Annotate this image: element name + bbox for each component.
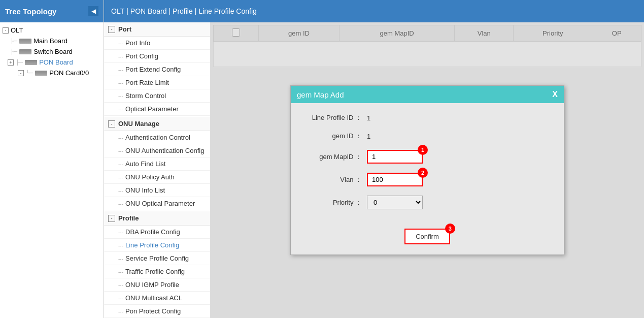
sep2: | xyxy=(168,7,171,15)
label-gem-mapid: gem MapID ： xyxy=(306,152,367,162)
board-icon-main xyxy=(19,39,31,44)
sep1: | xyxy=(126,7,128,15)
nav-section-port: - Port Port Info Port Config Port Extend… xyxy=(104,22,210,116)
breadcrumb: OLT | PON Board | Profile | Line Profile… xyxy=(104,0,644,22)
app-container: Tree Topology ◀ - OLT ├─ Main Board ├─ xyxy=(0,0,644,318)
nav-onu-policy-auth[interactable]: ONU Policy Auth xyxy=(104,171,210,184)
right-side: OLT | PON Board | Profile | Line Profile… xyxy=(104,0,644,318)
main-layout: Tree Topology ◀ - OLT ├─ Main Board ├─ xyxy=(0,0,644,318)
tree-item-switch-board[interactable]: ├─ Switch Board xyxy=(0,46,104,57)
breadcrumb-line-profile: Line Profile Config xyxy=(198,7,256,15)
label-gem-id: gem ID ： xyxy=(306,132,367,141)
expand-pon[interactable]: + xyxy=(8,59,14,66)
breadcrumb-bar: OLT | PON Board | Profile | Line Profile… xyxy=(104,0,644,22)
value-gem-id: 1 xyxy=(367,133,370,140)
step-badge-3: 3 xyxy=(445,224,455,234)
gem-mapid-wrapper: 1 xyxy=(367,150,423,164)
breadcrumb-pon-board: PON Board xyxy=(130,7,167,15)
switch-board-label: Switch Board xyxy=(33,48,73,55)
sidebar-header: Tree Topology ◀ xyxy=(0,0,104,22)
nav-port-rate-limit[interactable]: Port Rate Limit xyxy=(104,76,210,89)
nav-onu-multicast-acl[interactable]: ONU Multicast ACL xyxy=(104,292,210,305)
modal-close-button[interactable]: X xyxy=(552,90,558,99)
onu-section-label: ONU Manage xyxy=(118,120,159,128)
port-section-icon: - xyxy=(108,26,115,33)
expand-olt[interactable]: - xyxy=(3,27,9,34)
nav-authentication-control[interactable]: Authentication Control xyxy=(104,131,210,144)
board-icon-switch xyxy=(19,49,31,54)
nav-onu-optical-parameter[interactable]: ONU Optical Parameter xyxy=(104,197,210,210)
nav-auto-find-list[interactable]: Auto Find List xyxy=(104,157,210,171)
left-nav: - Port Port Info Port Config Port Extend… xyxy=(104,22,211,318)
label-priority: Priority ： xyxy=(306,198,367,207)
sidebar: Tree Topology ◀ - OLT ├─ Main Board ├─ xyxy=(0,0,104,318)
modal-body: Line Profile ID ： 1 gem ID ： 1 xyxy=(291,103,564,229)
nav-storm-control[interactable]: Storm Control xyxy=(104,89,210,103)
profile-items: DBA Profile Config Line Profile Config S… xyxy=(104,226,210,318)
select-priority[interactable]: 0 1 2 3 4 5 6 7 xyxy=(367,196,423,209)
onu-section-icon: - xyxy=(108,120,115,128)
input-vlan[interactable] xyxy=(367,173,423,186)
nav-traffic-profile[interactable]: Traffic Profile Config xyxy=(104,265,210,278)
main-panel: gem ID gem MapID Vlan Priority OP xyxy=(211,22,644,318)
nav-optical-parameter[interactable]: Optical Parameter xyxy=(104,103,210,116)
nav-service-profile[interactable]: Service Profile Config xyxy=(104,252,210,265)
board-icon-card xyxy=(35,71,47,76)
olt-label: OLT xyxy=(11,26,23,34)
form-row-gem-mapid: gem MapID ： 1 xyxy=(306,150,549,164)
tree-item-pon-card[interactable]: - └─ PON Card0/0 xyxy=(0,68,104,78)
port-section-label: Port xyxy=(118,25,131,33)
nav-dba-profile[interactable]: DBA Profile Config xyxy=(104,226,210,239)
step-badge-2: 2 xyxy=(418,168,428,178)
label-line-profile-id: Line Profile ID ： xyxy=(306,113,367,122)
onu-items: Authentication Control ONU Authenticatio… xyxy=(104,131,210,210)
modal-header: gem Map Add X xyxy=(291,86,564,103)
modal-overlay: gem Map Add X Line Profile ID ： 1 xyxy=(211,22,644,318)
connector-pon: ├─ xyxy=(16,59,23,65)
pon-board-label: PON Board xyxy=(39,58,73,66)
modal-gem-map-add: gem Map Add X Line Profile ID ： 1 xyxy=(290,85,564,255)
nav-section-onu-header[interactable]: - ONU Manage xyxy=(104,117,210,131)
tree-item-pon-board[interactable]: + ├─ PON Board xyxy=(0,57,104,68)
connector-main: ├─ xyxy=(10,38,17,44)
nav-port-extend-config[interactable]: Port Extend Config xyxy=(104,63,210,76)
form-row-line-profile-id: Line Profile ID ： 1 xyxy=(306,113,549,122)
step-badge-1: 1 xyxy=(418,145,428,155)
breadcrumb-olt: OLT xyxy=(111,7,124,15)
breadcrumb-profile: Profile xyxy=(173,7,193,15)
input-gem-mapid[interactable] xyxy=(367,150,423,164)
sidebar-title: Tree Topology xyxy=(5,7,56,16)
form-row-vlan: Vlan ： 2 xyxy=(306,173,549,186)
nav-onu-info-list[interactable]: ONU Info List xyxy=(104,184,210,197)
sidebar-collapse-button[interactable]: ◀ xyxy=(88,6,98,16)
vlan-wrapper: 2 xyxy=(367,173,423,186)
nav-pon-protect-config[interactable]: Pon Protect Config xyxy=(104,305,210,318)
expand-card[interactable]: - xyxy=(18,70,24,76)
pon-card-label: PON Card0/0 xyxy=(49,69,89,77)
nav-onu-igmp-profile[interactable]: ONU IGMP Profile xyxy=(104,278,210,292)
port-items: Port Info Port Config Port Extend Config… xyxy=(104,37,210,116)
label-vlan: Vlan ： xyxy=(306,175,367,184)
nav-line-profile-config[interactable]: Line Profile Config xyxy=(104,239,210,252)
nav-section-profile-header[interactable]: - Profile xyxy=(104,211,210,226)
tree-item-olt[interactable]: - OLT xyxy=(0,25,104,36)
tree-container: - OLT ├─ Main Board ├─ Switch Board + xyxy=(0,22,104,318)
confirm-button[interactable]: Confirm xyxy=(404,229,450,244)
value-line-profile-id: 1 xyxy=(367,114,370,122)
content-wrapper: - Port Port Info Port Config Port Extend… xyxy=(104,22,644,318)
connector-switch: ├─ xyxy=(10,49,17,54)
nav-section-port-header[interactable]: - Port xyxy=(104,22,210,37)
nav-onu-auth-config[interactable]: ONU Authentication Config xyxy=(104,144,210,157)
sep3: | xyxy=(195,7,197,15)
profile-section-label: Profile xyxy=(118,214,139,222)
nav-port-info[interactable]: Port Info xyxy=(104,37,210,50)
modal-footer: Confirm 3 xyxy=(291,229,564,255)
form-row-priority: Priority ： 0 1 2 3 4 5 6 xyxy=(306,196,549,209)
main-board-label: Main Board xyxy=(33,37,67,45)
form-row-gem-id: gem ID ： 1 xyxy=(306,132,549,141)
modal-title: gem Map Add xyxy=(297,90,344,99)
confirm-wrapper: Confirm 3 xyxy=(404,229,450,244)
connector-card: └─ xyxy=(26,70,33,76)
tree-item-main-board[interactable]: ├─ Main Board xyxy=(0,36,104,46)
nav-port-config[interactable]: Port Config xyxy=(104,50,210,63)
